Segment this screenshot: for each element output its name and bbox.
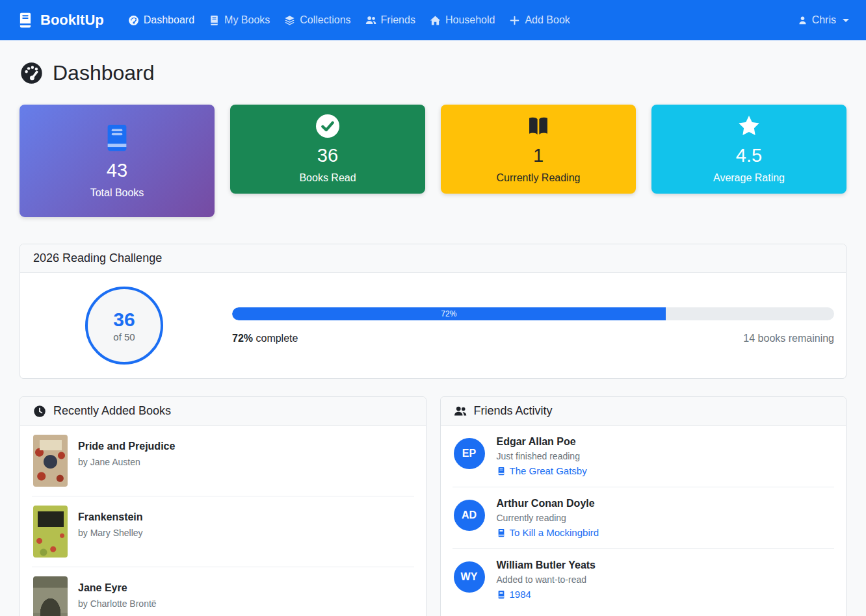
people-icon bbox=[365, 15, 376, 26]
stat-card-total-books: 43 Total Books bbox=[20, 105, 215, 217]
friend-activity-item: WY William Butler Yeats Added to want-to… bbox=[453, 549, 835, 610]
recently-added-title: Recently Added Books bbox=[53, 404, 171, 418]
book-icon bbox=[30, 123, 204, 153]
challenge-progress-col: 72% 72% complete 14 books remaining bbox=[232, 307, 834, 344]
nav-item-friends[interactable]: Friends bbox=[358, 9, 423, 31]
book-author: by Mary Shelley bbox=[78, 528, 143, 538]
friends-activity-header: Friends Activity bbox=[441, 397, 846, 426]
friend-info: Edgar Allan Poe Just finished reading Th… bbox=[497, 436, 587, 476]
nav-label: My Books bbox=[224, 14, 270, 26]
book-title: Pride and Prejudice bbox=[78, 441, 175, 452]
challenge-count: 36 bbox=[113, 309, 135, 330]
challenge-header: 2026 Reading Challenge bbox=[20, 244, 846, 273]
avatar: WY bbox=[454, 561, 485, 593]
challenge-body: 36 of 50 72% 72% complete 14 books remai… bbox=[20, 273, 846, 378]
nav-label: Collections bbox=[300, 14, 350, 26]
star-icon bbox=[662, 114, 836, 138]
page-title: Dashboard bbox=[20, 61, 846, 85]
book-list-item: Jane Eyre by Charlotte Brontë bbox=[32, 567, 414, 616]
friend-action: Currently reading bbox=[497, 513, 599, 523]
gauge-icon bbox=[128, 15, 139, 26]
progress-label: 72% bbox=[441, 309, 456, 318]
book-info: Frankenstein by Mary Shelley bbox=[78, 506, 143, 558]
chevron-down-icon bbox=[843, 19, 849, 22]
recent-books-list: Pride and Prejudice by Jane Austen Frank… bbox=[20, 426, 426, 616]
book-icon bbox=[209, 15, 220, 26]
challenge-progress-fill: 72% bbox=[232, 307, 666, 320]
avatar: EP bbox=[454, 438, 485, 469]
brand-logo[interactable]: BookItUp bbox=[17, 12, 104, 29]
main-content: Dashboard 43 Total Books 36 Books Read 1… bbox=[0, 40, 866, 616]
open-book-icon bbox=[451, 114, 625, 138]
person-icon bbox=[798, 16, 807, 25]
reading-challenge-panel: 2026 Reading Challenge 36 of 50 72% 72% … bbox=[20, 244, 846, 379]
book-cover bbox=[33, 506, 68, 558]
navbar: BookItUp Dashboard My Books Collections … bbox=[0, 0, 866, 40]
stat-value: 4.5 bbox=[662, 144, 836, 167]
nav-item-collections[interactable]: Collections bbox=[277, 9, 358, 31]
friend-book-link[interactable]: The Great Gatsby bbox=[497, 465, 587, 476]
stat-value: 43 bbox=[30, 159, 204, 182]
book-icon bbox=[497, 590, 506, 599]
recently-added-header: Recently Added Books bbox=[20, 397, 426, 426]
user-menu[interactable]: Chris bbox=[798, 14, 849, 26]
page-title-text: Dashboard bbox=[53, 61, 155, 85]
friends-activity-title: Friends Activity bbox=[474, 404, 553, 418]
book-author: by Jane Austen bbox=[78, 457, 175, 467]
stat-value: 1 bbox=[451, 144, 625, 167]
friends-activity-panel: Friends Activity EP Edgar Allan Poe Just… bbox=[440, 396, 847, 616]
friend-activity-item: EP Edgar Allan Poe Just finished reading… bbox=[453, 426, 835, 487]
book-cover bbox=[33, 435, 68, 487]
nav-label: Friends bbox=[381, 14, 415, 26]
friend-book-title: 1984 bbox=[510, 589, 531, 600]
book-info: Pride and Prejudice by Jane Austen bbox=[78, 435, 175, 487]
book-logo-icon bbox=[17, 12, 34, 29]
friend-info: William Butler Yeats Added to want-to-re… bbox=[497, 559, 596, 600]
book-list-item: Frankenstein by Mary Shelley bbox=[32, 496, 414, 567]
challenge-title: 2026 Reading Challenge bbox=[33, 251, 162, 265]
friend-name: William Butler Yeats bbox=[497, 559, 596, 571]
percent-complete-text: 72% complete bbox=[232, 333, 298, 344]
friend-book-link[interactable]: 1984 bbox=[497, 589, 596, 600]
friends-activity-list: EP Edgar Allan Poe Just finished reading… bbox=[441, 426, 846, 610]
nav-item-my-books[interactable]: My Books bbox=[202, 9, 277, 31]
friend-name: Arthur Conan Doyle bbox=[497, 498, 599, 509]
stat-label: Average Rating bbox=[662, 172, 836, 184]
book-cover bbox=[33, 576, 68, 616]
people-icon bbox=[454, 405, 467, 418]
book-icon bbox=[497, 467, 506, 476]
avatar: AD bbox=[454, 500, 485, 531]
stats-row: 43 Total Books 36 Books Read 1 Currently… bbox=[20, 105, 846, 217]
nav-links: Dashboard My Books Collections Friends H… bbox=[121, 9, 798, 31]
book-info: Jane Eyre by Charlotte Brontë bbox=[78, 576, 157, 616]
stat-card-currently-reading: 1 Currently Reading bbox=[441, 105, 636, 194]
stat-label: Currently Reading bbox=[451, 172, 625, 184]
nav-item-dashboard[interactable]: Dashboard bbox=[121, 9, 202, 31]
progress-meta: 72% complete 14 books remaining bbox=[232, 333, 834, 344]
friend-name: Edgar Allan Poe bbox=[497, 436, 587, 448]
progress-track: 72% bbox=[232, 307, 834, 320]
nav-item-household[interactable]: Household bbox=[423, 9, 503, 31]
recently-added-panel: Recently Added Books Pride and Prejudice… bbox=[20, 396, 426, 616]
house-icon bbox=[430, 15, 441, 26]
friend-book-link[interactable]: To Kill a Mockingbird bbox=[497, 527, 599, 538]
nav-label: Dashboard bbox=[144, 14, 194, 26]
plus-icon bbox=[509, 15, 520, 26]
friend-action: Added to want-to-read bbox=[497, 574, 596, 585]
bottom-row: Recently Added Books Pride and Prejudice… bbox=[20, 396, 846, 616]
stat-card-books-read: 36 Books Read bbox=[230, 105, 425, 194]
stack-icon bbox=[284, 15, 295, 26]
book-icon bbox=[497, 528, 506, 537]
book-title: Jane Eyre bbox=[78, 582, 157, 594]
nav-label: Add Book bbox=[525, 14, 570, 26]
stat-card-average-rating: 4.5 Average Rating bbox=[651, 105, 846, 194]
check-circle-icon bbox=[241, 114, 415, 138]
clock-icon bbox=[33, 405, 46, 418]
book-title: Frankenstein bbox=[78, 511, 143, 523]
brand-name: BookItUp bbox=[40, 12, 104, 29]
stat-label: Books Read bbox=[241, 172, 415, 184]
nav-item-add-book[interactable]: Add Book bbox=[502, 9, 577, 31]
books-remaining-text: 14 books remaining bbox=[743, 333, 834, 344]
friend-info: Arthur Conan Doyle Currently reading To … bbox=[497, 498, 599, 538]
friend-activity-item: AD Arthur Conan Doyle Currently reading … bbox=[453, 487, 835, 549]
